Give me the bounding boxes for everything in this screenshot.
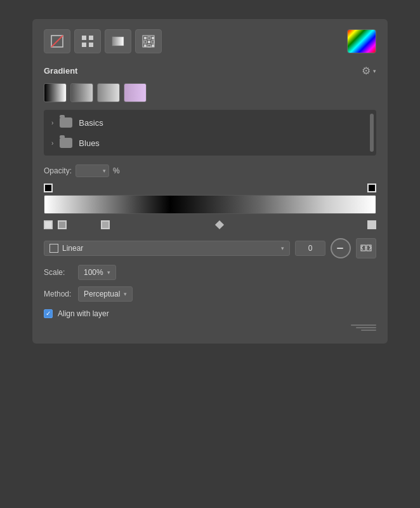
gradient-type-label: Linear xyxy=(62,244,276,253)
align-checkbox[interactable]: ✓ xyxy=(44,309,53,318)
toolbar xyxy=(44,29,376,53)
basics-folder-label: Basics xyxy=(79,118,103,128)
svg-rect-14 xyxy=(144,44,147,47)
watermark-line-3 xyxy=(361,330,376,331)
stop-handles-row xyxy=(44,218,376,232)
scale-row: Scale: 100% ▾ xyxy=(44,265,376,280)
opacity-pct-label: % xyxy=(113,166,120,175)
svg-rect-12 xyxy=(152,37,154,39)
stop-left-square[interactable] xyxy=(44,184,53,192)
midpoint-diamond[interactable] xyxy=(215,220,224,229)
stop-handle-white[interactable] xyxy=(44,220,53,229)
watermark-line-2 xyxy=(356,327,376,328)
list-item[interactable]: › Blues xyxy=(44,133,376,153)
svg-rect-11 xyxy=(148,41,150,43)
gradient-section-header: Gradient ⚙ ▾ xyxy=(44,65,376,77)
gear-icon: ⚙ xyxy=(362,65,371,77)
color-preview-button[interactable] xyxy=(347,29,376,53)
folder-icon xyxy=(60,117,72,128)
angle-dial-arrow xyxy=(337,248,343,249)
method-label: Method: xyxy=(44,290,73,298)
watermark xyxy=(44,324,376,331)
method-select[interactable]: Perceptual ▾ xyxy=(78,286,133,302)
gray2-preset[interactable] xyxy=(97,83,120,102)
scrollbar[interactable] xyxy=(370,114,374,152)
stop-endpoints-row xyxy=(44,184,376,192)
stop-handle-right[interactable] xyxy=(367,220,376,229)
gradient-type-select[interactable]: Linear ▾ xyxy=(44,241,290,256)
svg-rect-3 xyxy=(89,36,93,40)
folder-icon xyxy=(60,138,72,148)
svg-rect-15 xyxy=(148,44,150,47)
solid-icon xyxy=(111,34,125,48)
blues-folder-label: Blues xyxy=(79,138,100,148)
gray1-preset[interactable] xyxy=(70,83,93,102)
method-value: Perceptual xyxy=(84,290,120,298)
chevron-right-icon: › xyxy=(51,140,53,147)
type-dropdown-arrow: ▾ xyxy=(281,245,284,251)
pink-preset[interactable] xyxy=(124,83,147,102)
gradient-presets xyxy=(44,83,376,102)
reverse-button[interactable] xyxy=(356,238,376,258)
scale-label: Scale: xyxy=(44,268,73,277)
pattern-tool[interactable] xyxy=(135,29,162,53)
opacity-input[interactable] xyxy=(79,166,102,175)
stop-handle-mid[interactable] xyxy=(101,220,110,229)
svg-rect-9 xyxy=(148,37,150,39)
gradient-bar[interactable] xyxy=(44,195,376,214)
method-row: Method: Perceptual ▾ xyxy=(44,286,376,302)
no-fill-tool[interactable] xyxy=(44,29,70,53)
gradient-bar-container xyxy=(44,195,376,214)
svg-rect-5 xyxy=(89,43,93,47)
scale-dropdown-arrow: ▾ xyxy=(107,269,110,276)
stop-right-square[interactable] xyxy=(367,184,376,192)
watermark-lines xyxy=(351,324,376,331)
pattern-icon xyxy=(141,34,155,48)
checkmark-icon: ✓ xyxy=(46,311,51,317)
svg-rect-10 xyxy=(144,41,147,43)
type-square-icon xyxy=(49,244,58,253)
stop-handle-gray[interactable] xyxy=(58,220,67,229)
scale-select[interactable]: 100% ▾ xyxy=(78,265,116,280)
opacity-label: Opacity: xyxy=(44,166,72,175)
toolbar-left xyxy=(44,29,162,53)
type-row: Linear ▾ xyxy=(44,238,376,258)
bw-preset[interactable] xyxy=(44,83,67,102)
svg-rect-13 xyxy=(152,41,154,43)
svg-rect-2 xyxy=(82,36,86,40)
scale-value: 100% xyxy=(84,268,103,277)
gear-dropdown-arrow: ▾ xyxy=(373,68,376,74)
align-row: ✓ Align with layer xyxy=(44,309,376,318)
watermark-line-1 xyxy=(351,324,376,326)
solid-tool[interactable] xyxy=(105,29,131,53)
opacity-input-wrap: ▾ xyxy=(75,164,109,177)
reverse-icon xyxy=(360,243,372,254)
svg-rect-16 xyxy=(152,44,154,47)
list-item[interactable]: › Basics xyxy=(44,112,376,133)
opacity-dropdown-arrow[interactable]: ▾ xyxy=(103,168,106,174)
grid-icon xyxy=(81,34,95,48)
opacity-row: Opacity: ▾ % xyxy=(44,164,376,177)
method-dropdown-arrow: ▾ xyxy=(124,291,127,297)
svg-rect-6 xyxy=(112,37,124,46)
grid-tool[interactable] xyxy=(74,29,101,53)
svg-rect-4 xyxy=(82,43,86,47)
svg-line-1 xyxy=(51,36,63,47)
settings-button[interactable]: ⚙ ▾ xyxy=(362,65,376,77)
svg-rect-8 xyxy=(144,37,147,39)
gradient-panel: Gradient ⚙ ▾ › Basics › Blues Opacity: ▾ xyxy=(32,19,388,344)
gradient-title: Gradient xyxy=(44,66,77,76)
angle-input[interactable] xyxy=(295,241,325,256)
align-label: Align with layer xyxy=(58,309,109,318)
gradient-list: › Basics › Blues xyxy=(44,110,376,156)
angle-dial[interactable] xyxy=(331,238,351,258)
chevron-right-icon: › xyxy=(51,119,53,126)
no-fill-icon xyxy=(50,34,64,48)
